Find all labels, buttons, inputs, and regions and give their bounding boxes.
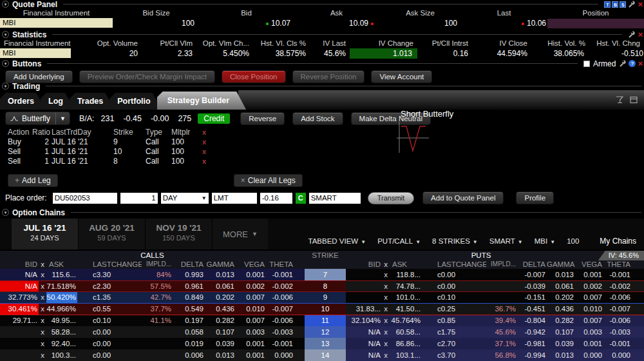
smart-control[interactable]: SMART▼: [489, 237, 523, 245]
call-last-cell[interactable]: c0.00: [77, 349, 142, 361]
window-button-b[interactable]: B: [612, 1, 618, 8]
last-change-column-header[interactable]: LASTCHANGE: [422, 260, 486, 269]
call-theta-cell[interactable]: -0.006: [266, 315, 294, 327]
quote-panel-collapse-icon[interactable]: ▾: [2, 1, 9, 8]
100-control[interactable]: 100: [567, 237, 579, 245]
8-strikes-control[interactable]: 8 STRIKES▼: [432, 237, 478, 245]
tab-trades[interactable]: Trades: [70, 93, 115, 110]
call-vega-cell[interactable]: 0.001: [236, 338, 266, 349]
expiry-tab-nov-19-21[interactable]: NOV 19 '21150 DAYS: [146, 219, 213, 249]
call-change-cell[interactable]: 37.7%: [142, 304, 173, 315]
put-change-cell[interactable]: 37.1%: [486, 338, 517, 349]
put-change-cell[interactable]: [486, 281, 517, 291]
leg-expiry-cell[interactable]: JUL 16 '21: [52, 137, 113, 147]
call-vega-cell[interactable]: 0.007: [236, 292, 266, 303]
theta-column-header[interactable]: THETA: [603, 260, 632, 269]
put-change-cell[interactable]: 45.6%: [486, 326, 517, 338]
call-gamma-cell[interactable]: 0.061: [205, 281, 236, 291]
call-change-cell[interactable]: [142, 349, 173, 361]
call-last-cell[interactable]: c2.30: [77, 281, 142, 291]
remove-leg-icon[interactable]: x: [198, 137, 210, 147]
call-bid-cell[interactable]: 30.461%: [0, 304, 39, 315]
view-account-button[interactable]: View Account: [371, 70, 432, 83]
call-change-cell[interactable]: [142, 338, 173, 349]
put-last-cell[interactable]: c1.75: [422, 326, 486, 338]
put-theta-cell[interactable]: -0.006: [603, 315, 632, 327]
call-gamma-cell[interactable]: 0.436: [205, 304, 236, 315]
put-gamma-cell[interactable]: 0.039: [547, 338, 575, 349]
call-delta-cell[interactable]: 0.549: [173, 304, 205, 315]
put-vega-cell[interactable]: 0.007: [575, 292, 603, 303]
close-position-button[interactable]: Close Position: [222, 70, 286, 83]
call-gamma-cell[interactable]: 0.013: [205, 349, 236, 361]
ask-column-header[interactable]: ASK: [390, 260, 422, 269]
call-vega-cell[interactable]: 0.002: [236, 281, 266, 291]
put-last-cell[interactable]: c0.25: [422, 304, 486, 315]
bid-column-header[interactable]: BID: [346, 260, 382, 269]
call-delta-cell[interactable]: 0.849: [173, 292, 205, 303]
leg-action-cell[interactable]: Buy: [8, 137, 32, 147]
call-gamma-cell[interactable]: 0.039: [205, 338, 236, 349]
instrument-cell[interactable]: MBI: [0, 48, 71, 59]
last-cell[interactable]: 10.06: [460, 18, 547, 28]
gamma-column-header[interactable]: GAMMA: [547, 260, 575, 269]
call-last-cell[interactable]: c3.30: [77, 269, 142, 280]
close-section-icon[interactable]: ×: [638, 32, 643, 38]
leg-type-cell[interactable]: Call: [146, 157, 171, 166]
put-change-cell[interactable]: 36.7%: [486, 304, 517, 315]
put-last-cell[interactable]: c2.70: [422, 338, 486, 349]
leg-type-cell[interactable]: Call: [146, 147, 171, 157]
put-theta-cell[interactable]: -0.007: [603, 304, 632, 315]
bid-size-cell[interactable]: 100: [113, 18, 200, 28]
statistics-collapse-icon[interactable]: ▾: [2, 31, 9, 38]
put-change-cell[interactable]: [486, 292, 517, 303]
ask-column-header[interactable]: ASK: [46, 260, 77, 269]
option-chains-collapse-icon[interactable]: ▾: [2, 209, 9, 216]
leg-action-cell[interactable]: Sell: [8, 157, 32, 166]
expiry-tab-aug-20-21[interactable]: AUG 20 '2159 DAYS: [79, 219, 146, 249]
put-ask-cell[interactable]: 101.0...: [390, 292, 422, 303]
tab-portfolio[interactable]: Portfolio: [109, 93, 162, 110]
route-field[interactable]: [309, 193, 361, 204]
window-layout-icon[interactable]: [630, 96, 638, 104]
leg-expiry-cell[interactable]: JUL 16 '21: [52, 147, 113, 157]
put-ask-cell[interactable]: 74.78...: [390, 281, 422, 291]
put-vega-cell[interactable]: 0.002: [575, 281, 603, 291]
put-theta-cell[interactable]: -0.001: [603, 338, 632, 349]
strike-cell[interactable]: 13: [305, 338, 346, 349]
call-delta-cell[interactable]: 0.197: [173, 315, 205, 327]
put-ask-cell[interactable]: 60.58...: [390, 326, 422, 338]
strategy-type-dropdown[interactable]: Butterfly ▼: [5, 112, 70, 125]
profile-button[interactable]: Profile: [516, 191, 554, 204]
strike-cell[interactable]: 7: [305, 269, 346, 280]
reverse-button[interactable]: Reverse: [240, 112, 285, 125]
position-cell[interactable]: [547, 18, 644, 28]
call-last-cell[interactable]: c0.10: [77, 315, 142, 327]
leg-action-cell[interactable]: Sell: [8, 147, 32, 157]
strike-cell[interactable]: 12: [305, 326, 346, 338]
leg-type-cell[interactable]: Call: [146, 137, 171, 147]
call-delta-cell[interactable]: 0.019: [173, 338, 205, 349]
call-vega-cell[interactable]: 0.007: [236, 315, 266, 327]
window-button-s[interactable]: S: [620, 1, 626, 8]
strike-cell[interactable]: 11: [305, 315, 346, 327]
transmit-button[interactable]: Transmit: [368, 192, 414, 204]
leg-strike-cell[interactable]: 9: [113, 137, 146, 147]
leg-ratio-cell[interactable]: 1: [32, 157, 52, 166]
tif-select[interactable]: DAY▼: [161, 193, 209, 204]
ask-cell[interactable]: 10.09: [293, 18, 380, 28]
call-gamma-cell[interactable]: 0.282: [205, 315, 236, 327]
put-bid-cell[interactable]: N/A: [346, 338, 382, 349]
put-delta-cell[interactable]: -0.942: [517, 326, 547, 338]
call-bid-cell[interactable]: [0, 338, 39, 349]
put-bid-cell[interactable]: [346, 292, 382, 303]
put-gamma-cell[interactable]: 0.107: [547, 326, 575, 338]
close-section-icon[interactable]: ×: [638, 61, 643, 67]
reverse-position-button[interactable]: Reverse Position: [292, 70, 365, 83]
window-button-t[interactable]: T: [604, 1, 611, 8]
call-theta-cell[interactable]: -0.002: [266, 281, 294, 291]
armed-checkbox[interactable]: [583, 61, 590, 67]
call-theta-cell[interactable]: -0.001: [266, 269, 294, 280]
put-call-control[interactable]: PUT/CALL▼: [377, 237, 421, 245]
put-last-cell[interactable]: c3.70: [422, 349, 486, 361]
